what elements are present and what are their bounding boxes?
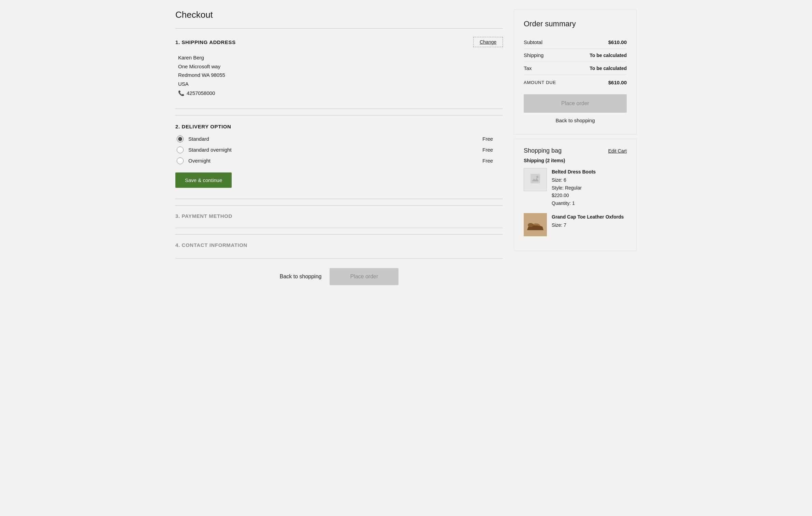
amount-due-value: $610.00 <box>608 80 627 85</box>
delivery-radio-overnight[interactable] <box>177 157 184 164</box>
contact-title: 4. CONTACT INFORMATION <box>175 242 247 248</box>
image-placeholder-icon <box>529 172 541 187</box>
tax-value: To be calculated <box>590 66 627 71</box>
bottom-actions: Back to shopping Place order <box>175 258 503 288</box>
delivery-label-standard[interactable]: Standard Free <box>177 136 503 142</box>
bag-item-2-image <box>524 213 547 236</box>
shipping-value: To be calculated <box>590 53 627 58</box>
address-line2: Redmond WA 98055 <box>178 71 503 80</box>
shopping-bag-card: Shopping bag Edit Cart Shipping (2 items… <box>514 139 637 251</box>
bag-item-1-details: Belted Dress Boots Size: 6 Style: Regula… <box>552 168 596 207</box>
shipping-title: 1. SHIPPING ADDRESS <box>175 39 236 45</box>
shipping-header: 1. SHIPPING ADDRESS Change <box>175 37 503 47</box>
page-title: Checkout <box>175 10 503 20</box>
delivery-option-label-standard-overnight: Standard overnight <box>188 147 478 153</box>
bag-item-1: Belted Dress Boots Size: 6 Style: Regula… <box>524 168 627 207</box>
amount-due-label: AMOUNT DUE <box>524 80 556 85</box>
delivery-label-overnight[interactable]: Overnight Free <box>177 157 503 164</box>
svg-point-4 <box>528 223 533 227</box>
bag-item-2-details: Grand Cap Toe Leather Oxfords Size: 7 <box>552 213 624 236</box>
place-order-button-main[interactable]: Place order <box>330 268 398 285</box>
shipping-label: Shipping <box>524 52 543 58</box>
delivery-price-standard: Free <box>482 136 503 142</box>
subtotal-row: Subtotal $610.00 <box>524 36 627 49</box>
contact-info-section: 4. CONTACT INFORMATION <box>175 234 503 255</box>
delivery-radio-standard[interactable] <box>177 136 184 142</box>
main-content: Checkout 1. SHIPPING ADDRESS Change Kare… <box>175 10 503 288</box>
delivery-price-overnight: Free <box>482 158 503 164</box>
tax-row: Tax To be calculated <box>524 62 627 75</box>
delivery-option-section: 2. DELIVERY OPTION Standard Free Stan <box>175 115 503 197</box>
address-line1: One Microsoft way <box>178 62 503 71</box>
delivery-option-label-overnight: Overnight <box>188 158 478 164</box>
delivery-header: 2. DELIVERY OPTION <box>175 124 503 129</box>
save-continue-button[interactable]: Save & continue <box>175 172 232 188</box>
bag-section-label: Shipping (2 items) <box>524 158 627 163</box>
bag-item-1-quantity: Quantity: 1 <box>552 199 596 207</box>
payment-method-section: 3. PAYMENT METHOD <box>175 205 503 226</box>
delivery-label-standard-overnight[interactable]: Standard overnight Free <box>177 147 503 153</box>
amount-due-row: AMOUNT DUE $610.00 <box>524 75 627 87</box>
bag-header: Shopping bag Edit Cart <box>524 147 627 154</box>
sidebar: Order summary Subtotal $610.00 Shipping … <box>514 10 637 251</box>
bag-item-1-style: Style: Regular <box>552 184 596 192</box>
delivery-option-standard: Standard Free <box>177 136 503 142</box>
change-address-button[interactable]: Change <box>473 37 503 47</box>
payment-title: 3. PAYMENT METHOD <box>175 213 232 219</box>
shipping-address-section: 1. SHIPPING ADDRESS Change Karen Berg On… <box>175 28 503 107</box>
tax-label: Tax <box>524 65 532 71</box>
subtotal-label: Subtotal <box>524 39 542 45</box>
order-summary-title: Order summary <box>524 19 627 28</box>
delivery-option-label-standard: Standard <box>188 136 478 142</box>
bag-title: Shopping bag <box>524 147 562 154</box>
place-order-button-sidebar[interactable]: Place order <box>524 94 627 113</box>
delivery-option-standard-overnight: Standard overnight Free <box>177 147 503 153</box>
bag-item-2-size: Size: 7 <box>552 221 624 229</box>
back-to-shopping-button-main[interactable]: Back to shopping <box>280 274 322 280</box>
bag-item-2-name: Grand Cap Toe Leather Oxfords <box>552 213 624 221</box>
delivery-price-standard-overnight: Free <box>482 147 503 153</box>
bag-item-1-name: Belted Dress Boots <box>552 168 596 176</box>
delivery-options: Standard Free Standard overnight Free <box>175 136 503 164</box>
bag-item-1-price: $220.00 <box>552 192 596 199</box>
bag-item-2: Grand Cap Toe Leather Oxfords Size: 7 <box>524 213 627 236</box>
edit-cart-button[interactable]: Edit Cart <box>608 148 627 154</box>
bag-item-1-size: Size: 6 <box>552 176 596 184</box>
phone-icon: 📞 <box>178 89 185 98</box>
order-summary-card: Order summary Subtotal $610.00 Shipping … <box>514 10 637 135</box>
address-country: USA <box>178 80 503 88</box>
bag-item-1-image <box>524 168 547 191</box>
svg-point-2 <box>536 176 538 178</box>
delivery-option-overnight: Overnight Free <box>177 157 503 164</box>
address-phone: 📞 4257058000 <box>178 89 503 98</box>
subtotal-value: $610.00 <box>608 39 627 45</box>
delivery-radio-standard-overnight[interactable] <box>177 147 184 153</box>
svg-rect-1 <box>531 174 540 183</box>
address-block: Karen Berg One Microsoft way Redmond WA … <box>175 53 503 98</box>
shipping-row: Shipping To be calculated <box>524 49 627 62</box>
back-to-shopping-button-sidebar[interactable]: Back to shopping <box>524 113 627 125</box>
address-name: Karen Berg <box>178 53 503 62</box>
delivery-title: 2. DELIVERY OPTION <box>175 124 231 129</box>
